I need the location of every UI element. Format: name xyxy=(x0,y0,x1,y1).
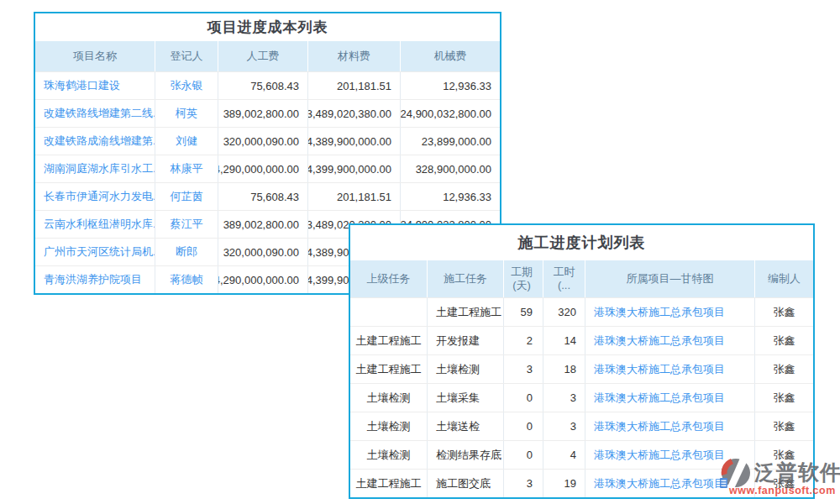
labor-cost-value: 320,000,090.00 xyxy=(218,128,308,155)
duration-days-cell: 3 xyxy=(504,470,543,497)
construction-task-cell: 土壤采集 xyxy=(428,384,504,412)
column-header-compiler: 编制人 xyxy=(755,260,813,297)
parent-task-cell: 土建工程施工 xyxy=(350,355,428,383)
table-row: 土建工程施工 开发报建 2 14 港珠澳大桥施工总承包项目 张鑫 xyxy=(350,326,813,354)
registrant-link[interactable]: 刘健 xyxy=(155,128,218,155)
compiler-cell: 张鑫 xyxy=(755,412,813,440)
fanpu-logo-icon xyxy=(719,455,753,489)
labor-cost-value: 389,002,800.00 xyxy=(218,100,308,127)
compiler-cell: 张鑫 xyxy=(755,298,813,326)
work-hours-cell: 320 xyxy=(543,298,585,326)
parent-task-cell: 土壤检测 xyxy=(350,412,428,440)
work-hours-cell: 14 xyxy=(543,327,585,354)
cost-table-title: 项目进度成本列表 xyxy=(35,13,500,41)
parent-task-cell: 土壤检测 xyxy=(350,384,428,412)
machine-cost-value: 23,899,000.00 xyxy=(401,128,500,155)
duration-days-cell: 0 xyxy=(504,384,543,412)
registrant-link[interactable]: 张永银 xyxy=(155,72,218,99)
table-row: 土壤检测 土壤采集 0 3 港珠澳大桥施工总承包项目 张鑫 xyxy=(350,383,813,412)
registrant-link[interactable]: 林康平 xyxy=(155,155,218,182)
column-header-labor-cost: 人工费 xyxy=(218,41,308,71)
compiler-cell: 张鑫 xyxy=(755,384,813,412)
parent-task-cell: 土建工程施工 xyxy=(350,470,428,497)
labor-cost-value: 320,000,090.00 xyxy=(218,239,308,265)
machine-cost-value: 12,936.33 xyxy=(401,72,500,99)
labor-cost-value: 4,290,000,000.00 xyxy=(218,266,308,293)
construction-task-cell: 施工图交底 xyxy=(428,470,504,497)
labor-cost-value: 75,608.43 xyxy=(218,183,308,210)
column-header-material-cost: 材料费 xyxy=(308,41,401,71)
column-header-project-name: 项目名称 xyxy=(35,41,155,71)
machine-cost-value: 12,936.33 xyxy=(401,183,500,210)
table-row: 土建工程施工 59 320 港珠澳大桥施工总承包项目 张鑫 xyxy=(350,297,813,326)
work-hours-cell: 19 xyxy=(543,470,585,497)
parent-task-cell: 土建工程施工 xyxy=(350,327,428,354)
material-cost-value: 201,181.51 xyxy=(308,183,401,210)
duration-days-cell: 2 xyxy=(504,327,543,354)
project-name-link[interactable]: 改建铁路成渝线增建第... xyxy=(35,128,155,155)
project-name-link[interactable]: 云南水利枢纽潜明水库... xyxy=(35,211,155,238)
fanpu-watermark: 泛普软件 www.fanpusoft.com xyxy=(719,455,838,496)
registrant-link[interactable]: 蒋德帧 xyxy=(155,266,218,293)
machine-cost-value: 24,900,032,800.00 xyxy=(401,100,500,127)
project-name-link[interactable]: 改建铁路线增建第二线... xyxy=(35,100,155,127)
compiler-cell: 张鑫 xyxy=(755,355,813,383)
work-hours-cell: 3 xyxy=(543,412,585,440)
material-cost-value: 201,181.51 xyxy=(308,72,401,99)
table-row: 土建工程施工 土壤检测 3 18 港珠澳大桥施工总承包项目 张鑫 xyxy=(350,354,813,383)
material-cost-value: 4,399,900,000.00 xyxy=(308,155,401,182)
project-name-link[interactable]: 长春市伊通河水力发电... xyxy=(35,183,155,210)
table-row: 改建铁路线增建第二线... 柯英 389,002,800.00 3,489,02… xyxy=(35,99,500,127)
construction-task-cell: 土建工程施工 xyxy=(428,298,504,326)
plan-table-header-row: 上级任务 施工任务 工期 (天) 工时 (... 所属项目—甘特图 编制人 xyxy=(350,260,813,297)
project-name-link[interactable]: 广州市天河区统计局机... xyxy=(35,239,155,265)
construction-task-cell: 检测结果存底 xyxy=(428,441,504,469)
duration-days-cell: 0 xyxy=(504,441,543,469)
project-gantt-link[interactable]: 港珠澳大桥施工总承包项目 xyxy=(585,355,755,383)
labor-cost-value: 75,608.43 xyxy=(218,72,308,99)
table-row: 改建铁路成渝线增建第... 刘健 320,000,090.00 4,389,90… xyxy=(35,127,500,155)
parent-task-cell xyxy=(350,298,428,326)
work-hours-cell: 18 xyxy=(543,355,585,383)
table-row: 土壤检测 土壤送检 0 3 港珠澳大桥施工总承包项目 张鑫 xyxy=(350,412,813,440)
plan-table-title: 施工进度计划列表 xyxy=(350,225,813,260)
project-gantt-link[interactable]: 港珠澳大桥施工总承包项目 xyxy=(585,412,755,440)
fanpu-url: www.fanpusoft.com xyxy=(729,485,838,496)
duration-days-cell: 0 xyxy=(504,412,543,440)
column-header-construction-task: 施工任务 xyxy=(428,260,504,297)
column-header-parent-task: 上级任务 xyxy=(350,260,428,297)
project-name-link[interactable]: 青海洪湖养护院项目 xyxy=(35,266,155,293)
column-header-registrant: 登记人 xyxy=(155,41,218,71)
project-gantt-link[interactable]: 港珠澳大桥施工总承包项目 xyxy=(585,327,755,354)
duration-days-cell: 59 xyxy=(504,298,543,326)
construction-task-cell: 土壤检测 xyxy=(428,355,504,383)
table-row: 湖南洞庭湖水库引水工... 林康平 4,290,000,000.00 4,399… xyxy=(35,155,500,182)
column-header-work-hours: 工时 (... xyxy=(543,260,585,297)
project-gantt-link[interactable]: 港珠澳大桥施工总承包项目 xyxy=(585,384,755,412)
registrant-link[interactable]: 蔡江平 xyxy=(155,211,218,238)
cost-table-header-row: 项目名称 登记人 人工费 材料费 机械费 xyxy=(35,41,500,71)
compiler-cell: 张鑫 xyxy=(755,327,813,354)
table-row: 长春市伊通河水力发电... 何芷茵 75,608.43 201,181.51 1… xyxy=(35,182,500,210)
project-name-link[interactable]: 湖南洞庭湖水库引水工... xyxy=(35,155,155,182)
column-header-duration-days: 工期 (天) xyxy=(504,260,543,297)
registrant-link[interactable]: 断郎 xyxy=(155,239,218,265)
parent-task-cell: 土壤检测 xyxy=(350,441,428,469)
construction-task-cell: 开发报建 xyxy=(428,327,504,354)
labor-cost-value: 389,002,800.00 xyxy=(218,211,308,238)
project-name-link[interactable]: 珠海鹤港口建设 xyxy=(35,72,155,99)
fanpu-brand-name: 泛普软件 xyxy=(754,459,840,486)
duration-days-cell: 3 xyxy=(504,355,543,383)
column-header-machine-cost: 机械费 xyxy=(401,41,500,71)
machine-cost-value: 328,900,000.00 xyxy=(401,155,500,182)
material-cost-value: 4,389,900,000.00 xyxy=(308,128,401,155)
material-cost-value: 3,489,020,380.00 xyxy=(308,100,401,127)
registrant-link[interactable]: 柯英 xyxy=(155,100,218,127)
registrant-link[interactable]: 何芷茵 xyxy=(155,183,218,210)
labor-cost-value: 4,290,000,000.00 xyxy=(218,155,308,182)
work-hours-cell: 4 xyxy=(543,441,585,469)
column-header-project-gantt: 所属项目—甘特图 xyxy=(585,260,755,297)
work-hours-cell: 3 xyxy=(543,384,585,412)
project-gantt-link[interactable]: 港珠澳大桥施工总承包项目 xyxy=(585,298,755,326)
construction-task-cell: 土壤送检 xyxy=(428,412,504,440)
